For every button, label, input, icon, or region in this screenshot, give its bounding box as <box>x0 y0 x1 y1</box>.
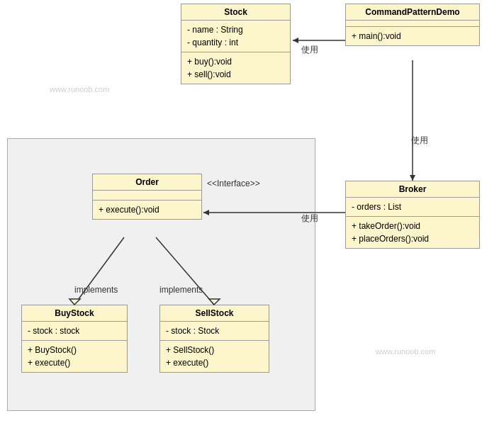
stock-attr-1: - name : String <box>187 23 284 36</box>
class-order-attributes <box>93 191 201 201</box>
class-sell-stock: SellStock - stock : Stock + SellStock() … <box>159 305 269 373</box>
sellstock-method-2: + execute() <box>166 356 263 369</box>
stock-method-1: + buy():void <box>187 55 284 68</box>
class-buystock-title: BuyStock <box>22 305 127 322</box>
class-broker-title: Broker <box>346 181 479 198</box>
broker-method-1: + takeOrder():void <box>352 220 474 232</box>
class-buy-stock: BuyStock - stock : stock + BuyStock() + … <box>21 305 128 373</box>
svg-marker-1 <box>293 38 298 43</box>
class-stock-title: Stock <box>181 4 290 21</box>
broker-method-2: + placeOrders():void <box>352 232 474 245</box>
class-cpd-attributes <box>346 21 479 27</box>
label-implements-right: implements <box>159 285 203 295</box>
stock-method-2: + sell():void <box>187 68 284 81</box>
buystock-attr-1: - stock : stock <box>28 325 121 337</box>
class-order-methods: + execute():void <box>93 201 201 219</box>
class-broker-methods: + takeOrder():void + placeOrders():void <box>346 217 479 248</box>
order-method-1: + execute():void <box>99 203 196 216</box>
class-sellstock-attributes: - stock : Stock <box>160 322 269 341</box>
watermark-1: www.runoob.com <box>50 85 109 94</box>
buystock-method-2: + execute() <box>28 356 121 369</box>
stock-attr-2: - quantity : int <box>187 36 284 49</box>
class-buystock-methods: + BuyStock() + execute() <box>22 341 127 372</box>
class-sellstock-methods: + SellStock() + execute() <box>160 341 269 372</box>
interface-stereotype: <<Interface>> <box>207 179 260 188</box>
class-buystock-attributes: - stock : stock <box>22 322 127 341</box>
buystock-method-1: + BuyStock() <box>28 344 121 356</box>
class-cpd-methods: + main():void <box>346 27 479 45</box>
class-stock-methods: + buy():void + sell():void <box>181 52 290 84</box>
class-order-title: Order <box>93 174 201 191</box>
uml-diagram: www.runoob.com www.runoob.com Stock - na… <box>0 0 504 423</box>
cpd-method-1: + main():void <box>352 30 474 43</box>
svg-marker-3 <box>410 175 415 181</box>
sellstock-attr-1: - stock : Stock <box>166 325 263 337</box>
label-use-stock: 使用 <box>301 44 318 56</box>
class-stock-attributes: - name : String - quantity : int <box>181 21 290 52</box>
label-implements-left: implements <box>74 285 118 295</box>
class-command-pattern-demo: CommandPatternDemo + main():void <box>345 4 480 46</box>
sellstock-method-1: + SellStock() <box>166 344 263 356</box>
class-cpd-title: CommandPatternDemo <box>346 4 479 21</box>
class-broker: Broker - orders : List + takeOrder():voi… <box>345 181 480 249</box>
class-order: Order + execute():void <box>92 174 202 220</box>
watermark-2: www.runoob.com <box>376 347 435 356</box>
label-use-order: 使用 <box>301 213 318 225</box>
class-broker-attributes: - orders : List <box>346 198 479 217</box>
broker-attr-1: - orders : List <box>352 201 474 213</box>
label-use-broker: 使用 <box>411 135 428 147</box>
class-stock: Stock - name : String - quantity : int +… <box>181 4 291 84</box>
class-sellstock-title: SellStock <box>160 305 269 322</box>
